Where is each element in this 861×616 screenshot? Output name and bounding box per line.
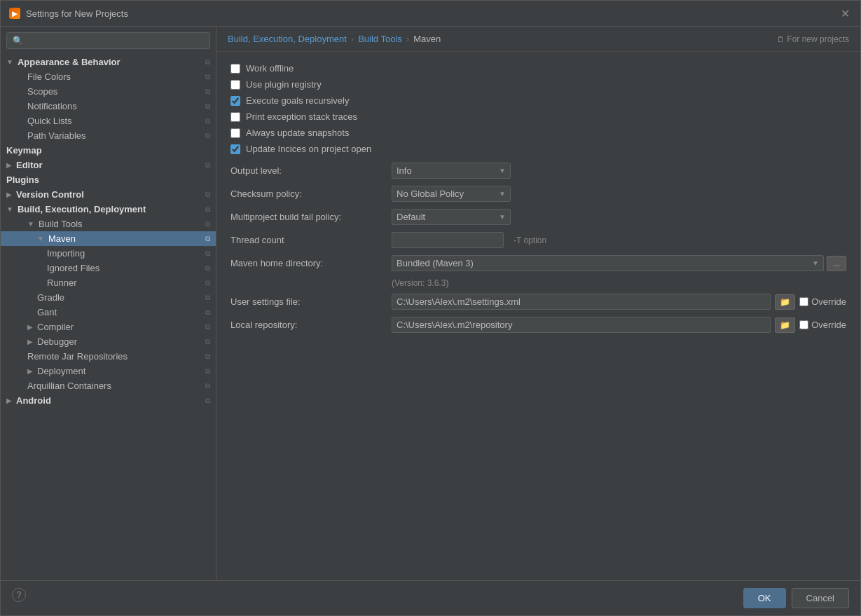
- sidebar-item-notifications[interactable]: Notifications ⧉: [1, 99, 216, 114]
- help-button[interactable]: ?: [12, 588, 26, 602]
- sidebar-item-file-colors[interactable]: File Colors ⧉: [1, 69, 216, 84]
- search-icon: 🔍: [13, 36, 23, 46]
- close-button[interactable]: ✕: [838, 6, 852, 20]
- multiproject-policy-dropdown[interactable]: Default Fail at End Fail Never Fail Fast…: [392, 209, 511, 225]
- update-indices-row: Update Incices on project open: [230, 144, 846, 154]
- ok-button[interactable]: OK: [743, 588, 786, 608]
- sidebar-item-version-control[interactable]: ▶ Version Control ⧉: [1, 187, 216, 202]
- cancel-button[interactable]: Cancel: [792, 588, 849, 608]
- copy-icon: ⧉: [205, 161, 210, 170]
- user-settings-browse-button[interactable]: 📁: [775, 294, 795, 310]
- sidebar-item-gradle[interactable]: Gradle ⧉: [1, 290, 216, 305]
- expand-icon: ▼: [27, 220, 34, 228]
- local-repo-browse-button[interactable]: 📁: [775, 317, 795, 333]
- settings-area: Work offline Use plugin registry Execute…: [216, 52, 860, 580]
- execute-goals-label[interactable]: Execute goals recursively: [246, 95, 349, 106]
- sidebar-item-appearance[interactable]: ▼ Appearance & Behavior ⧉: [1, 55, 216, 69]
- always-update-checkbox[interactable]: [230, 128, 240, 138]
- update-indices-checkbox[interactable]: [230, 144, 240, 154]
- sidebar-item-runner[interactable]: Runner ⧉: [1, 275, 216, 290]
- update-indices-label[interactable]: Update Incices on project open: [246, 144, 371, 154]
- output-level-label: Output level:: [230, 165, 385, 176]
- breadcrumb-sep2: ›: [406, 34, 409, 44]
- chevron-down-icon: ▼: [499, 190, 506, 198]
- copy-icon: ⧉: [205, 264, 210, 273]
- maven-home-dropdown[interactable]: Bundled (Maven 3) ▼: [392, 255, 824, 271]
- sidebar-item-build-tools[interactable]: ▼ Build Tools ⧉: [1, 217, 216, 231]
- thread-count-input[interactable]: [392, 232, 504, 248]
- output-level-select[interactable]: Quiet Info Debug: [397, 165, 496, 176]
- user-settings-path-input[interactable]: [392, 294, 771, 310]
- sidebar: 🔍 ▼ Appearance & Behavior ⧉ File Colors …: [1, 27, 216, 580]
- copy-icon: ⧉: [205, 88, 210, 96]
- multiproject-policy-select[interactable]: Default Fail at End Fail Never Fail Fast: [397, 212, 496, 222]
- local-repo-override-section: Override: [799, 320, 846, 330]
- copy-icon: ⧉: [205, 397, 210, 405]
- search-input[interactable]: [26, 36, 204, 46]
- local-repo-override-checkbox[interactable]: [799, 320, 808, 329]
- user-settings-path-row: 📁 Override: [392, 294, 846, 310]
- always-update-label[interactable]: Always update snapshots: [246, 128, 349, 138]
- local-repo-path-input[interactable]: [392, 317, 771, 333]
- maven-home-browse-button[interactable]: ...: [827, 256, 846, 271]
- footer: ? OK Cancel: [1, 580, 860, 615]
- copy-icon: ⧉: [205, 102, 210, 111]
- execute-goals-checkbox[interactable]: [230, 96, 240, 106]
- expand-icon: ▶: [27, 323, 33, 331]
- local-repo-label: Local repository:: [230, 320, 385, 330]
- search-box[interactable]: 🔍: [6, 32, 210, 49]
- checksum-policy-select[interactable]: No Global Policy Ignore Warn Fail: [397, 189, 496, 199]
- user-settings-override-label[interactable]: Override: [811, 296, 846, 307]
- sidebar-item-arquillian[interactable]: Arquillian Containers ⧉: [1, 378, 216, 393]
- sidebar-item-plugins[interactable]: Plugins: [1, 172, 216, 187]
- user-settings-override-checkbox[interactable]: [799, 297, 808, 306]
- copy-icon: ⧉: [205, 323, 210, 331]
- print-exception-label[interactable]: Print exception stack traces: [246, 111, 357, 122]
- sidebar-item-ignored-files[interactable]: Ignored Files ⧉: [1, 261, 216, 275]
- sidebar-item-keymap[interactable]: Keymap: [1, 143, 216, 158]
- sidebar-item-editor[interactable]: ▶ Editor ⧉: [1, 158, 216, 172]
- use-plugin-registry-label[interactable]: Use plugin registry: [246, 79, 322, 90]
- app-icon: ▶: [9, 8, 20, 19]
- local-repo-override-label[interactable]: Override: [811, 320, 846, 330]
- print-exception-row: Print exception stack traces: [230, 111, 846, 122]
- copy-icon: ⧉: [205, 205, 210, 214]
- sidebar-item-android[interactable]: ▶ Android ⧉: [1, 393, 216, 408]
- copy-icon: ⧉: [205, 367, 210, 376]
- chevron-down-icon: ▼: [812, 259, 819, 267]
- output-level-dropdown[interactable]: Quiet Info Debug ▼: [392, 163, 511, 179]
- sidebar-item-build-execution[interactable]: ▼ Build, Execution, Deployment ⧉: [1, 202, 216, 217]
- thread-count-row: Thread count -T option: [230, 232, 846, 248]
- dialog-title: Settings for New Projects: [26, 8, 128, 19]
- breadcrumb-build-execution[interactable]: Build, Execution, Deployment: [228, 34, 347, 44]
- breadcrumb-build-tools[interactable]: Build Tools: [358, 34, 402, 44]
- t-option-label: -T option: [514, 235, 546, 245]
- sidebar-item-debugger[interactable]: ▶ Debugger ⧉: [1, 334, 216, 349]
- sidebar-item-path-variables[interactable]: Path Variables ⧉: [1, 128, 216, 143]
- output-level-row: Output level: Quiet Info Debug ▼: [230, 163, 846, 179]
- copy-icon: ⧉: [205, 73, 210, 81]
- print-exception-checkbox[interactable]: [230, 112, 240, 122]
- checksum-policy-dropdown[interactable]: No Global Policy Ignore Warn Fail ▼: [392, 186, 511, 202]
- local-repo-row: Local repository: 📁 Override: [230, 317, 846, 333]
- work-offline-label[interactable]: Work offline: [246, 63, 294, 74]
- sidebar-item-importing[interactable]: Importing ⧉: [1, 246, 216, 261]
- chevron-down-icon: ▼: [499, 167, 506, 174]
- sidebar-item-scopes[interactable]: Scopes ⧉: [1, 84, 216, 99]
- sidebar-item-remote-jar-repos[interactable]: Remote Jar Repositories ⧉: [1, 349, 216, 364]
- sidebar-item-quick-lists[interactable]: Quick Lists ⧉: [1, 114, 216, 128]
- expand-icon: ▶: [27, 338, 33, 345]
- breadcrumb-maven: Maven: [413, 34, 441, 44]
- settings-dialog: ▶ Settings for New Projects ✕ 🔍 ▼ Appear…: [0, 0, 861, 616]
- title-bar: ▶ Settings for New Projects ✕: [1, 1, 860, 27]
- sidebar-item-compiler[interactable]: ▶ Compiler ⧉: [1, 320, 216, 334]
- use-plugin-registry-checkbox[interactable]: [230, 80, 240, 90]
- sidebar-item-deployment[interactable]: ▶ Deployment ⧉: [1, 364, 216, 378]
- local-repo-path-row: 📁 Override: [392, 317, 846, 333]
- copy-icon: ⧉: [205, 294, 210, 302]
- sidebar-item-maven[interactable]: ▼ Maven ⧉: [1, 231, 216, 246]
- use-plugin-registry-row: Use plugin registry: [230, 79, 846, 90]
- work-offline-checkbox[interactable]: [230, 64, 240, 74]
- sidebar-item-gant[interactable]: Gant ⧉: [1, 305, 216, 320]
- copy-icon: ⧉: [205, 353, 210, 361]
